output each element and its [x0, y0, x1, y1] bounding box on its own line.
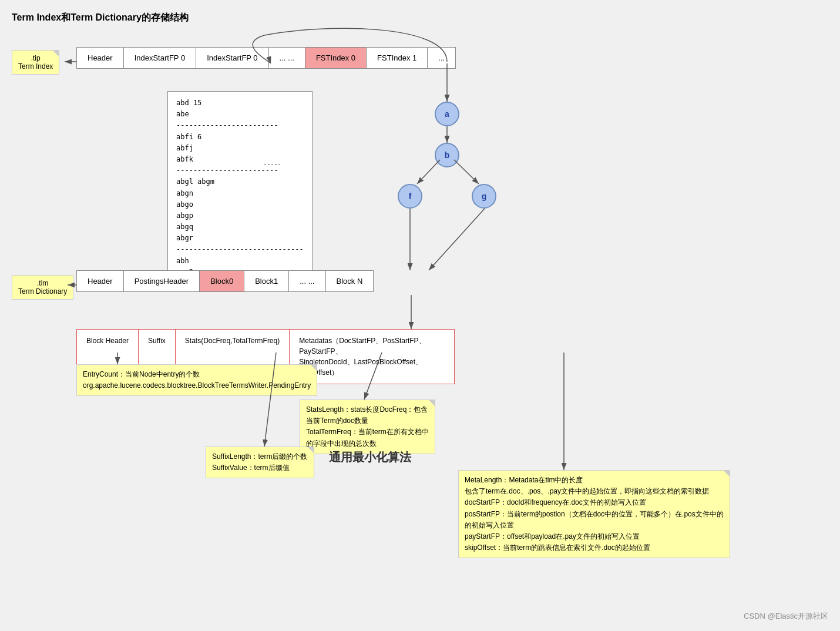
block-cell-0: Header — [77, 271, 124, 291]
tim-label-line2: Term Dictionary — [18, 287, 67, 296]
svg-line-4 — [454, 160, 479, 184]
svg-line-7 — [429, 209, 485, 270]
note-suffix: SuffixLength：term后缀的个数 SuffixValue：term后… — [206, 447, 314, 478]
header-cell-5: FSTIndex 1 — [367, 48, 428, 68]
header-cell-0: Header — [77, 48, 124, 68]
tip-label-line2: Term Index — [18, 62, 53, 71]
note-stats: StatsLength：stats长度DocFreq：包含 当前Term的doc… — [300, 400, 435, 454]
header-cell-4: FSTIndex 0 — [305, 48, 367, 68]
tip-label: .tip Term Index — [12, 50, 59, 75]
tip-label-line1: .tip — [18, 54, 53, 62]
page: Term Index和Term Dictionary的存储结构 .tip Ter… — [0, 0, 840, 631]
fst-node-a: a — [435, 102, 459, 126]
header-row: HeaderIndexStartFP 0IndexStartFP 0... ..… — [76, 47, 456, 69]
block-cell-5: Block N — [326, 271, 374, 291]
note-meta: MetaLength：Metadata在tim中的长度 包含了term在.doc… — [458, 470, 730, 558]
algo-label: 通用最小化算法 — [329, 449, 411, 465]
dict-box: abd 15abe------------------------abfi 6a… — [167, 91, 313, 284]
note-entry-count: EntryCount：当前Node中entry的个数 org.apache.lu… — [76, 364, 317, 396]
header-cell-3: ... ... — [269, 48, 305, 68]
header-cell-1: IndexStartFP 0 — [124, 48, 196, 68]
tim-label: .tim Term Dictionary — [12, 275, 73, 300]
block-row: HeaderPostingsHeaderBlock0Block1... ...B… — [76, 270, 374, 292]
fst-node-f: f — [398, 184, 422, 209]
watermark: CSDN @Elastic开源社区 — [744, 611, 828, 622]
header-cell-6: ... — [428, 48, 455, 68]
fst-node-g: g — [472, 184, 496, 209]
block-cell-4: ... ... — [289, 271, 325, 291]
block-cell-3: Block1 — [244, 271, 289, 291]
fst-node-b: b — [435, 143, 459, 167]
svg-line-3 — [417, 160, 440, 184]
block-cell-1: PostingsHeader — [124, 271, 200, 291]
block-cell-2: Block0 — [200, 271, 244, 291]
page-title: Term Index和Term Dictionary的存储结构 — [12, 12, 828, 24]
header-cell-2: IndexStartFP 0 — [196, 48, 268, 68]
tim-label-line1: .tim — [18, 279, 67, 287]
